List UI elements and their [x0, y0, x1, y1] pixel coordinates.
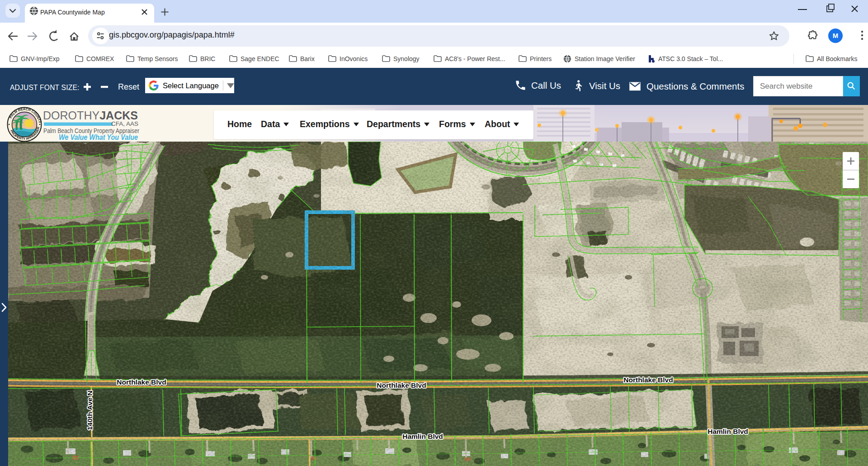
svg-text:Northlake Blvd: Northlake Blvd — [117, 378, 166, 386]
svg-text:Northlake Blvd: Northlake Blvd — [623, 376, 673, 384]
svg-text:We Value What You Value: We Value What You Value — [59, 133, 138, 141]
svg-text:Northlake Blvd: Northlake Blvd — [377, 381, 426, 389]
svg-text:Hamlin Blvd: Hamlin Blvd — [708, 428, 748, 435]
svg-text:140th Ave N: 140th Ave N — [86, 390, 94, 430]
svg-text:DOROTHYJACKS: DOROTHYJACKS — [43, 109, 138, 122]
svg-text:Hamlin Blvd: Hamlin Blvd — [402, 433, 443, 440]
